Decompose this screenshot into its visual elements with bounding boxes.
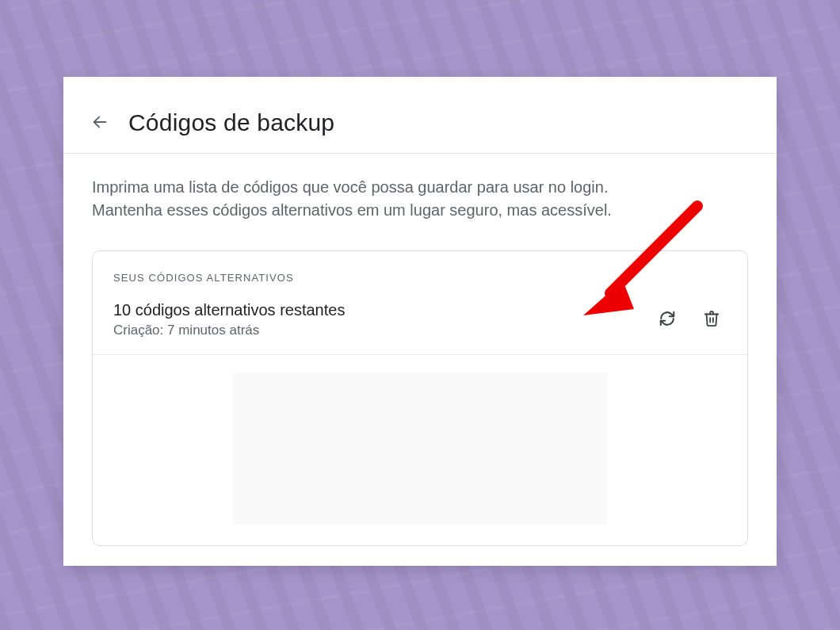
page-header: Códigos de backup xyxy=(63,77,777,154)
refresh-codes-button[interactable] xyxy=(652,304,682,334)
codes-remaining-count: 10 códigos alternativos restantes xyxy=(113,301,652,319)
back-button[interactable] xyxy=(86,109,114,137)
settings-panel: Códigos de backup Imprima uma lista de c… xyxy=(63,77,777,566)
page-description: Imprima uma lista de códigos que você po… xyxy=(63,154,642,241)
card-section-label: SEUS CÓDIGOS ALTERNATIVOS xyxy=(93,251,747,284)
description-line-2: Mantenha esses códigos alternativos em u… xyxy=(92,201,612,219)
delete-codes-button[interactable] xyxy=(697,304,727,334)
trash-icon xyxy=(703,310,720,330)
arrow-left-icon xyxy=(91,113,109,133)
codes-actions xyxy=(652,301,727,334)
refresh-icon xyxy=(659,310,676,330)
codes-summary-row: 10 códigos alternativos restantes Criaçã… xyxy=(93,284,747,355)
description-line-1: Imprima uma lista de códigos que você po… xyxy=(92,178,608,196)
backup-codes-card: SEUS CÓDIGOS ALTERNATIVOS 10 códigos alt… xyxy=(92,250,748,546)
codes-list-placeholder xyxy=(233,372,607,525)
codes-summary-text: 10 códigos alternativos restantes Criaçã… xyxy=(113,301,652,338)
page-title: Códigos de backup xyxy=(128,109,334,136)
codes-created-at: Criação: 7 minutos atrás xyxy=(113,323,652,338)
